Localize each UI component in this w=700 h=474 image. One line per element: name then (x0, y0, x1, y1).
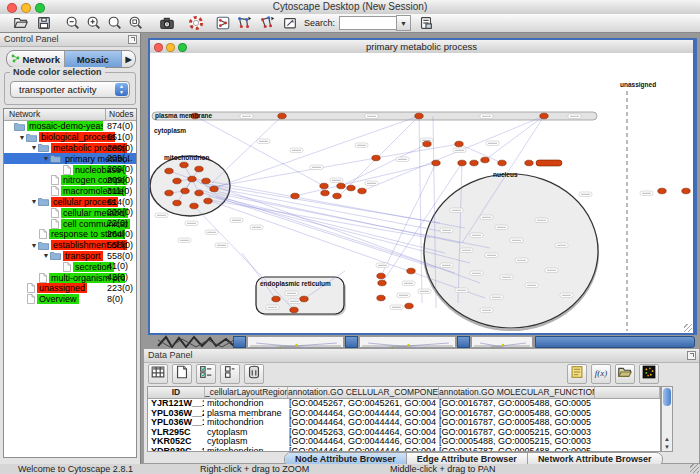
tree-row[interactable]: ▼establishment of lo558(0) (4, 240, 136, 251)
expand-arrow-icon[interactable]: ▼ (30, 144, 38, 151)
tree-row[interactable]: Overview8(0) (4, 294, 136, 305)
tree-row[interactable]: nitrogen compo209(0) (4, 175, 136, 186)
tree-row[interactable]: ▼biological_process651(0) (4, 132, 136, 143)
graph-node[interactable] (333, 193, 341, 199)
formula-button[interactable]: f(x) (591, 364, 611, 384)
network-view-window[interactable]: primary metabolic process plasma membran… (148, 38, 697, 335)
column-header[interactable]: ID (148, 387, 205, 398)
column-header[interactable]: annotation.GO MOLECULAR_FUNCTION (439, 387, 595, 398)
window-resize-grip[interactable] (684, 324, 692, 332)
graph-node[interactable] (173, 178, 181, 184)
graph-node[interactable] (481, 157, 489, 163)
graph-node[interactable] (278, 113, 286, 119)
graph-node[interactable] (658, 188, 666, 194)
tree-row[interactable]: cellular metabol209(0) (4, 207, 136, 218)
graph-node[interactable] (291, 193, 299, 199)
background-window-corner[interactable] (345, 336, 358, 348)
zoom-fit-button[interactable] (127, 15, 144, 32)
unselect-attributes-button[interactable] (220, 364, 240, 384)
app-titlebar[interactable]: Cytoscape Desktop (New Session) (0, 0, 700, 15)
network-window-titlebar[interactable]: primary metabolic process (150, 40, 693, 54)
graph-node[interactable] (204, 198, 212, 204)
attribute-table[interactable]: ID_cellularLayoutRegionannotation.GO CEL… (147, 386, 661, 452)
graph-node[interactable] (180, 162, 188, 168)
tree-row[interactable]: ▼transport558(0) (4, 251, 136, 262)
graph-node[interactable] (455, 141, 463, 147)
graph-node[interactable] (173, 200, 181, 206)
help-button[interactable] (187, 15, 204, 32)
background-window-fragment[interactable] (247, 336, 344, 348)
graph-node[interactable] (458, 160, 466, 166)
zoom-in-button[interactable] (85, 15, 102, 32)
tree-row[interactable]: macromolecule311(0) (4, 186, 136, 197)
tree-row[interactable]: mosaic-demo-yeast874(0) (4, 121, 136, 132)
combo-stepper-icon[interactable]: ▲▼ (115, 83, 128, 96)
table-row[interactable]: YLR295Ccytoplasm[GO:0045263, GO:0044464,… (148, 428, 660, 438)
tab-network[interactable]: Network (7, 51, 65, 67)
column-header[interactable]: annotation.GO CELLULAR_COMPONENT (288, 387, 439, 398)
annotation-button[interactable] (281, 15, 298, 32)
graph-node[interactable] (195, 190, 203, 196)
graph-node[interactable] (210, 186, 218, 192)
import-attributes-button[interactable] (615, 364, 635, 384)
graph-node[interactable] (272, 296, 280, 302)
open-file-button[interactable] (12, 15, 29, 32)
graph-node[interactable] (432, 160, 440, 166)
graph-node[interactable] (540, 113, 548, 119)
expand-arrow-icon[interactable]: ▼ (42, 155, 50, 162)
expand-arrow-icon[interactable]: ▼ (30, 242, 38, 249)
table-row[interactable]: YKR052Ccytoplasm[GO:0044464, GO:0044446,… (148, 437, 660, 447)
tree-row[interactable]: unassigned223(0) (4, 283, 136, 294)
search-input[interactable] (339, 16, 396, 30)
layout-red-button[interactable] (258, 15, 275, 32)
expand-arrow-icon[interactable]: ▼ (42, 252, 50, 259)
graph-node[interactable] (337, 183, 345, 189)
graph-node[interactable] (165, 190, 173, 196)
graph-node[interactable] (290, 307, 298, 313)
background-window-corner[interactable] (457, 336, 470, 348)
column-header[interactable] (595, 387, 660, 398)
graph-node[interactable] (372, 155, 380, 161)
graph-node[interactable] (321, 190, 329, 196)
expand-arrow-icon[interactable]: ▼ (18, 134, 26, 141)
background-window-fragment[interactable] (359, 336, 456, 348)
graph-node[interactable] (320, 183, 328, 189)
graph-node[interactable] (358, 188, 366, 194)
graph-node[interactable] (347, 185, 355, 191)
network-graph[interactable]: plasma membranecytoplasmmitochondrionnuc… (150, 53, 693, 333)
background-window-corner[interactable] (233, 336, 246, 348)
graph-node[interactable] (300, 296, 308, 302)
scrollbar-thumb[interactable] (663, 388, 671, 406)
search-dropdown-button[interactable]: ▼ (396, 15, 411, 31)
snapshot-button[interactable] (158, 15, 175, 32)
float-panel-icon[interactable] (128, 35, 137, 44)
graph-node[interactable] (498, 160, 506, 166)
graph-node[interactable] (190, 203, 198, 209)
layout-blue-button[interactable] (235, 15, 252, 32)
zoom-selected-button[interactable] (106, 15, 123, 32)
tree-row[interactable]: response to stimulu264(0) (4, 229, 136, 240)
tree-row[interactable]: multi-organism pro42(0) (4, 272, 136, 283)
attribute-table-button[interactable] (148, 364, 168, 384)
graph-node-wide[interactable] (536, 160, 562, 166)
matrix-button[interactable] (639, 364, 659, 384)
network-overview-button[interactable] (214, 15, 231, 32)
tree-row[interactable]: cell communicat22(0) (4, 218, 136, 229)
node-color-select[interactable]: transporter activity ▲▼ (10, 81, 130, 98)
graph-node[interactable] (405, 303, 413, 309)
network-canvas[interactable]: plasma membranecytoplasmmitochondrionnuc… (150, 53, 693, 333)
tab-mosaic[interactable]: Mosaic (65, 51, 123, 67)
table-row[interactable]: YPL036W__2plasma membrane[GO:0044464, GO… (148, 409, 660, 419)
graph-node[interactable] (525, 160, 533, 166)
new-attribute-button[interactable] (172, 364, 192, 384)
graph-node[interactable] (377, 273, 385, 279)
tree-row[interactable]: nucleobase-209(0) (4, 164, 136, 175)
zoom-out-button[interactable] (64, 15, 81, 32)
graph-node[interactable] (202, 178, 210, 184)
graph-node[interactable] (165, 168, 173, 174)
tree-row[interactable]: ▼metabolic process280(0) (4, 143, 136, 154)
background-window-fragment[interactable] (471, 336, 533, 348)
tree-row[interactable]: secretion41(0) (4, 261, 136, 272)
graph-node[interactable] (470, 160, 478, 166)
notes-button[interactable] (567, 364, 587, 384)
